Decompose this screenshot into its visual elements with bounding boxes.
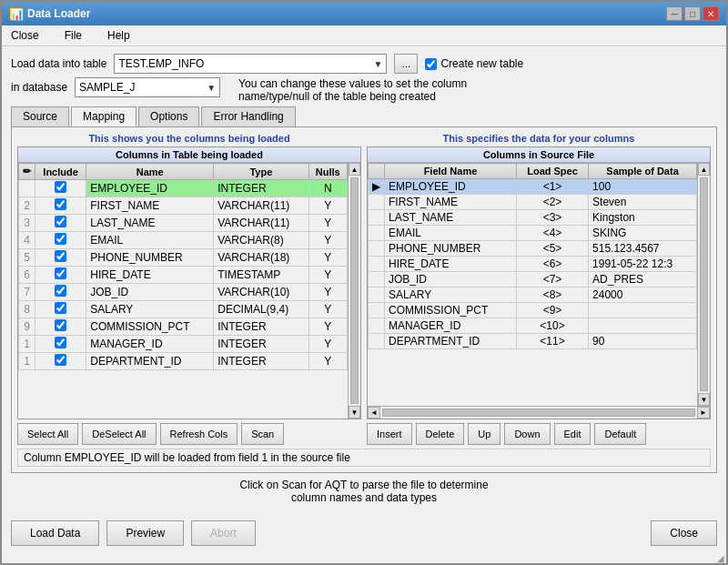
table-row[interactable]: 7JOB_IDVARCHAR(10)Y [19,284,348,301]
create-table-checkbox-label[interactable]: Create new table [425,57,523,70]
table-row[interactable]: PHONE_NUMBER<5>515.123.4567 [369,241,697,257]
left-row-num: 9 [19,318,35,336]
right-scroll-up[interactable]: ▲ [698,163,710,176]
right-scroll-down[interactable]: ▼ [698,393,710,406]
right-hscroll-thumb[interactable] [382,409,695,417]
left-row-checkbox[interactable] [55,319,66,331]
right-row-name: HIRE_DATE [385,257,517,272]
right-scroll-thumb[interactable] [700,177,708,391]
table-row[interactable]: LAST_NAME<3>Kingston [369,210,697,226]
table-row[interactable]: MANAGER_ID<10> [369,318,697,334]
close-button[interactable]: Close [651,520,717,546]
left-row-checkbox[interactable] [55,302,66,314]
left-row-checkbox[interactable] [55,216,66,227]
load-data-button[interactable]: Load Data [11,520,99,546]
table-row[interactable]: EMAIL<4>SKING [369,226,697,241]
delete-button[interactable]: Delete [416,423,465,445]
left-scroll-down[interactable]: ▼ [349,406,360,419]
table-row[interactable]: 6HIRE_DATETIMESTAMPY [19,267,348,284]
right-hscrollbar[interactable]: ◄ ► [368,406,710,419]
hint-line2: name/type/null of the table being create… [238,90,467,103]
app-window: 📊 Data Loader ─ □ ✕ Close File Help Load… [0,0,728,565]
table-row[interactable]: 8SALARYDECIMAL(9,4)Y [19,301,348,318]
up-button[interactable]: Up [468,423,500,445]
left-row-checkbox[interactable] [55,250,66,262]
table-row[interactable]: 1DEPARTMENT_IDINTEGERY [19,353,348,370]
left-row-type: INTEGER [214,180,308,197]
table-row[interactable]: FIRST_NAME<2>Steven [369,195,697,210]
edit-button[interactable]: Edit [554,423,592,445]
default-button[interactable]: Default [594,423,646,445]
left-row-checkbox-cell [35,249,86,267]
database-combo[interactable]: SAMPLE_J ▼ [75,77,220,97]
left-row-name: EMAIL [86,232,214,249]
select-all-button[interactable]: Select All [17,423,78,445]
table-row[interactable]: 1MANAGER_IDINTEGERY [19,336,348,353]
right-row-sample [589,303,697,318]
right-row-spec: <6> [516,257,588,272]
right-table: Field Name Load Spec Sample of Data ▶EMP… [368,163,697,349]
table-row[interactable]: 4EMAILVARCHAR(8)Y [19,232,348,249]
table-row[interactable]: 9COMMISSION_PCTINTEGERY [19,318,348,336]
tab-mapping[interactable]: Mapping [71,106,136,126]
left-scroll-up[interactable]: ▲ [349,163,360,176]
title-bar: 📊 Data Loader ─ □ ✕ [2,2,726,25]
left-row-checkbox[interactable] [55,285,66,297]
right-hscroll-right[interactable]: ► [697,407,710,419]
tabs: Source Mapping Options Error Handling [11,106,717,126]
insert-button[interactable]: Insert [367,423,412,445]
right-row-arrow [369,241,385,257]
left-panel-header: This shows you the columns being loaded [17,133,361,144]
preview-button[interactable]: Preview [106,520,184,546]
left-row-type: VARCHAR(11) [214,215,308,232]
maximize-button[interactable]: □ [684,6,701,21]
abort-button[interactable]: Abort [191,520,256,546]
left-row-checkbox[interactable] [55,267,66,279]
table-row[interactable]: COMMISSION_PCT<9> [369,303,697,318]
menu-close[interactable]: Close [5,27,45,44]
main-content: Load data into table TEST.EMP_INFO ▼ ...… [2,46,726,513]
window-close-button[interactable]: ✕ [703,6,719,21]
left-row-num: 7 [19,284,35,301]
right-scrollbar[interactable]: ▲ ▼ [697,163,710,406]
deselect-all-button[interactable]: DeSelect All [82,423,156,445]
left-row-checkbox[interactable] [55,198,66,210]
left-row-checkbox[interactable] [55,233,66,245]
tab-source[interactable]: Source [11,106,69,126]
left-row-checkbox-cell [35,267,86,284]
left-row-checkbox[interactable] [55,354,66,366]
table-row[interactable]: SALARY<8>24000 [369,288,697,303]
down-button[interactable]: Down [504,423,550,445]
tab-error-handling[interactable]: Error Handling [201,106,295,126]
left-scrollbar[interactable]: ▲ ▼ [348,163,360,419]
left-row-checkbox[interactable] [55,181,66,193]
table-row[interactable]: 2FIRST_NAMEVARCHAR(11)Y [19,197,348,215]
table-row[interactable]: JOB_ID<7>AD_PRES [369,272,697,288]
left-row-num: 5 [19,249,35,267]
refresh-cols-button[interactable]: Refresh Cols [160,423,238,445]
table-row[interactable]: DEPARTMENT_ID<11>90 [369,334,697,349]
minimize-button[interactable]: ─ [666,6,682,21]
browse-button[interactable]: ... [394,54,418,74]
left-row-checkbox[interactable] [55,337,66,348]
create-table-checkbox[interactable] [425,58,437,70]
table-row[interactable]: 3LAST_NAMEVARCHAR(11)Y [19,215,348,232]
status-text: Column EMPLOYEE_ID will be loaded from f… [24,451,350,464]
scan-button[interactable]: Scan [241,423,284,445]
hint-bottom: Click on Scan for AQT to parse the file … [11,473,717,506]
tab-options[interactable]: Options [138,106,199,126]
right-hscroll-left[interactable]: ◄ [368,407,380,419]
right-table-wrapper: Columns in Source File Field Name Load S… [367,146,711,419]
right-row-sample: 90 [589,334,697,349]
left-row-name: DEPARTMENT_ID [86,353,214,370]
right-col-arrow [369,164,385,179]
table-row[interactable]: 5PHONE_NUMBERVARCHAR(18)Y [19,249,348,267]
menu-file[interactable]: File [59,27,87,44]
left-row-nulls: Y [308,336,348,353]
left-scroll-thumb[interactable] [350,177,359,404]
menu-help[interactable]: Help [102,27,136,44]
table-row[interactable]: ▶EMPLOYEE_ID<1>100 [369,179,697,195]
table-combo[interactable]: TEST.EMP_INFO ▼ [114,54,387,74]
table-row[interactable]: HIRE_DATE<6>1991-05-22 12:3 [369,257,697,272]
table-row[interactable]: EMPLOYEE_IDINTEGERN [19,180,348,197]
